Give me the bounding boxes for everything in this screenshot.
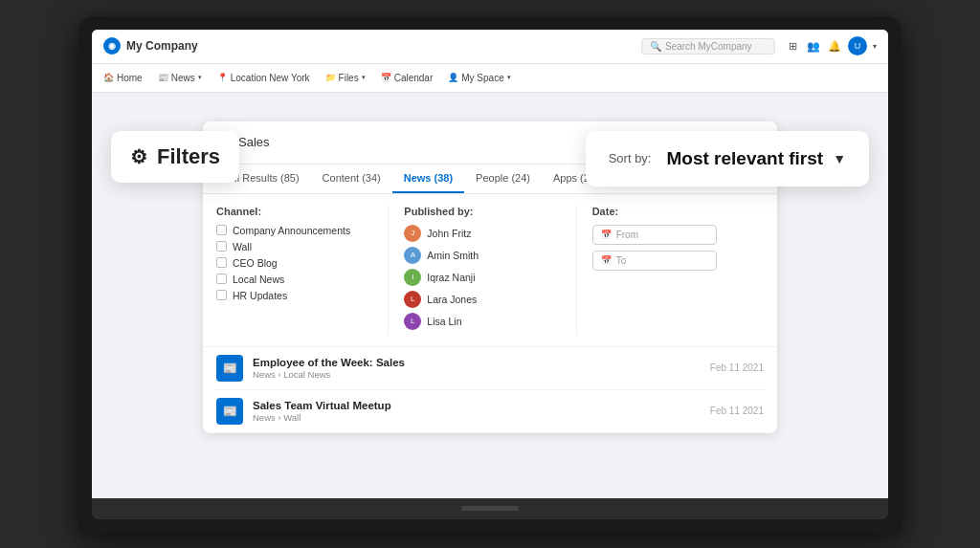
nav-calendar[interactable]: 📅 Calendar [381,73,434,83]
result-icon-0: 📰 [216,355,243,382]
filter-label: Filters [157,144,220,169]
logo-area: ◉ My Company [103,37,198,55]
channel-item-company[interactable]: Company Announcements [216,225,378,236]
nav-home-label: Home [117,73,143,83]
top-bar: ◉ My Company 🔍 Search MyCompany ⊞ 👥 🔔 U … [92,30,888,64]
person-lara-jones[interactable]: L Lara Jones [404,291,566,308]
laptop-screen: ◉ My Company 🔍 Search MyCompany ⊞ 👥 🔔 U … [92,30,888,498]
sort-panel[interactable]: Sort by: Most relevant first ▼ [586,131,869,186]
tab-content[interactable]: Content (34) [311,164,392,193]
filter-columns: Channel: Company Announcements Wall CEO … [203,194,777,347]
channel-checkbox-company[interactable] [216,225,227,235]
channel-checkbox-hr[interactable] [216,290,227,300]
sort-label: Sort by: [609,151,652,165]
result-date-0: Feb 11 2021 [710,362,764,373]
person-lisa-lin[interactable]: L Lisa Lin [404,313,566,330]
person-name-amin-smith: Amin Smith [427,250,479,261]
date-title: Date: [592,206,754,217]
tab-news[interactable]: News (38) [392,164,464,193]
nav-files[interactable]: 📁 Files ▾ [325,73,366,83]
avatar-lisa-lin: L [404,313,421,330]
result-item-0[interactable]: 📰 Employee of the Week: Sales News › Loc… [216,347,764,390]
results-list: 📰 Employee of the Week: Sales News › Loc… [203,347,777,433]
news-icon: 📰 [158,73,168,82]
people-icon[interactable]: 👥 [806,38,821,54]
nav-bar: 🏠 Home 📰 News ▾ 📍 Location New York 📁 Fi… [92,64,888,93]
bell-icon[interactable]: 🔔 [827,38,842,54]
channel-label-wall: Wall [233,241,252,252]
nav-calendar-label: Calendar [394,73,434,83]
channel-checkbox-ceo[interactable] [216,257,227,268]
avatar-caret[interactable]: ▾ [873,42,877,51]
result-meta-0: News › Local News [253,369,701,380]
top-search-bar[interactable]: 🔍 Search MyCompany [641,38,775,55]
date-to-placeholder: To [616,255,627,266]
myspace-caret: ▾ [507,74,511,81]
nav-files-label: Files [339,73,359,83]
nav-news-label: News [171,73,195,83]
channel-label-ceo: CEO Blog [233,257,278,269]
laptop-notch [461,506,519,511]
avatar-lara-jones: L [404,291,421,308]
grid-icon[interactable]: ⊞ [785,38,800,54]
result-title-1: Sales Team Virtual Meetup [253,400,701,411]
result-icon-1: 📰 [216,398,243,425]
channel-filter-col: Channel: Company Announcements Wall CEO … [216,206,389,335]
location-icon: 📍 [217,73,228,82]
person-name-lara-jones: Lara Jones [427,294,477,305]
tab-people[interactable]: People (24) [464,164,542,193]
home-icon: 🏠 [103,73,114,82]
result-info-1: Sales Team Virtual Meetup News › Wall [253,400,701,423]
sort-dropdown-button[interactable]: Most relevant first ▼ [666,148,846,169]
channel-item-wall[interactable]: Wall [216,241,378,252]
channel-checkbox-wall[interactable] [216,241,227,252]
nav-myspace[interactable]: 👤 My Space ▾ [448,73,510,83]
channel-label-hr: HR Updates [233,290,287,301]
sort-value: Most relevant first [666,148,823,169]
nav-location[interactable]: 📍 Location New York [217,73,310,83]
channel-item-local[interactable]: Local News [216,274,378,285]
avatar-iqraz-nanji: I [404,269,421,286]
channel-item-hr[interactable]: HR Updates [216,290,378,301]
laptop-bottom [92,498,888,519]
nav-myspace-label: My Space [461,73,503,83]
nav-home[interactable]: 🏠 Home [103,73,143,83]
nav-location-label: Location New York [231,73,310,83]
myspace-icon: 👤 [448,73,458,82]
content-area: ⚙ Filters Sort by: Most relevant first ▼… [92,93,888,498]
channel-label-local: Local News [233,274,284,285]
published-by-title: Published by: [404,206,566,217]
news-caret: ▾ [198,74,202,81]
calendar-icon: 📅 [381,73,391,82]
files-icon: 📁 [325,73,336,82]
date-from-placeholder: From [616,230,638,240]
result-title-0: Employee of the Week: Sales [253,357,701,368]
result-item-1[interactable]: 📰 Sales Team Virtual Meetup News › Wall … [216,390,764,433]
channel-label-company: Company Announcements [233,225,350,236]
result-meta-1: News › Wall [253,412,701,423]
date-filter-col: Date: 📅 From 📅 To [577,206,764,335]
person-amin-smith[interactable]: A Amin Smith [404,247,566,264]
channel-item-ceo[interactable]: CEO Blog [216,257,378,269]
user-avatar[interactable]: U [848,36,867,55]
published-by-col: Published by: J John Fritz A Amin Smith … [389,206,576,335]
nav-news[interactable]: 📰 News ▾ [158,73,202,83]
calendar-from-icon: 📅 [601,230,612,239]
search-icon-top: 🔍 [650,41,661,52]
person-name-john-fritz: John Fritz [427,228,471,239]
date-to[interactable]: 📅 To [592,251,717,271]
search-placeholder: Search MyCompany [665,41,752,52]
laptop-shell: ◉ My Company 🔍 Search MyCompany ⊞ 👥 🔔 U … [78,16,902,533]
filter-panel[interactable]: ⚙ Filters [111,131,239,183]
filter-icon: ⚙ [130,145,147,168]
sort-caret-icon: ▼ [833,151,846,166]
app-name: My Company [126,39,198,53]
person-iqraz-nanji[interactable]: I Iqraz Nanji [404,269,566,286]
person-name-lisa-lin: Lisa Lin [427,316,461,327]
calendar-to-icon: 📅 [601,255,612,265]
result-info-0: Employee of the Week: Sales News › Local… [253,357,701,380]
channel-checkbox-local[interactable] [216,274,227,284]
person-john-fritz[interactable]: J John Fritz [404,225,566,242]
result-date-1: Feb 11 2021 [710,406,764,416]
date-from[interactable]: 📅 From [592,225,717,245]
